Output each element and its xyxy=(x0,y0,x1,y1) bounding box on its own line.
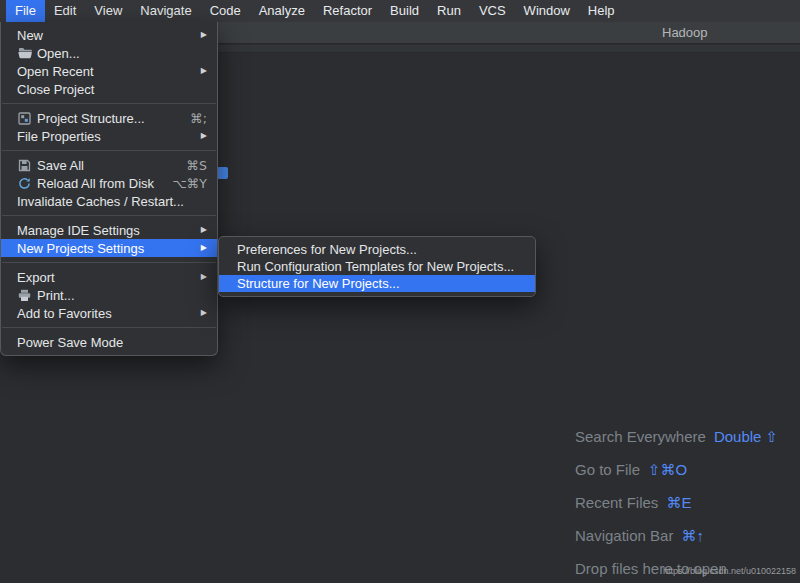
menu-item-save-all[interactable]: Save All⌘S xyxy=(1,156,217,174)
menu-item-label: Open... xyxy=(37,46,80,61)
shortcut-action: Go to File xyxy=(575,461,640,478)
new-projects-settings-submenu: Preferences for New Projects...Run Confi… xyxy=(218,236,536,297)
shortcut-keys: ⌘E xyxy=(666,494,691,512)
submenu-arrow-icon: ▶ xyxy=(201,127,207,145)
shortcut-keys: Double ⇧ xyxy=(714,428,778,446)
menu-separator xyxy=(2,150,216,151)
menu-item-label: File Properties xyxy=(17,129,101,144)
menu-item-new[interactable]: New▶ xyxy=(1,26,217,44)
menu-item-label: Power Save Mode xyxy=(17,335,123,350)
menu-item-preferences-for-new-projects[interactable]: Preferences for New Projects... xyxy=(219,241,535,258)
menu-item-label: Run Configuration Templates for New Proj… xyxy=(237,259,514,274)
open-folder-icon xyxy=(17,47,32,59)
shortcut-hint-recent-files: Recent Files⌘E xyxy=(575,486,778,519)
menu-item-add-to-favorites[interactable]: Add to Favorites▶ xyxy=(1,304,217,322)
menubar-item-help[interactable]: Help xyxy=(579,0,624,22)
menu-separator xyxy=(2,215,216,216)
print-icon xyxy=(17,289,32,302)
menubar: FileEditViewNavigateCodeAnalyzeRefactorB… xyxy=(0,0,800,22)
menu-item-export[interactable]: Export▶ xyxy=(1,268,217,286)
menu-item-label: Save All xyxy=(37,158,84,173)
menu-item-open-recent[interactable]: Open Recent▶ xyxy=(1,62,217,80)
menu-item-close-project[interactable]: Close Project xyxy=(1,80,217,98)
menu-item-label: Preferences for New Projects... xyxy=(237,242,417,257)
shortcut-hint-go-to-file: Go to File⇧⌘O xyxy=(575,453,778,486)
menu-item-label: New Projects Settings xyxy=(17,241,144,256)
menu-item-label: Print... xyxy=(37,288,75,303)
menu-item-reload-all-from-disk[interactable]: Reload All from Disk⌥⌘Y xyxy=(1,174,217,192)
submenu-arrow-icon: ▶ xyxy=(201,62,207,80)
menu-item-open[interactable]: Open... xyxy=(1,44,217,62)
ide-window: FileEditViewNavigateCodeAnalyzeRefactorB… xyxy=(0,0,800,583)
menu-item-run-configuration-templates-for-new-projects[interactable]: Run Configuration Templates for New Proj… xyxy=(219,258,535,275)
shortcut-action: Search Everywhere xyxy=(575,428,706,445)
menu-item-label: Invalidate Caches / Restart... xyxy=(17,194,184,209)
menu-shortcut: ⌘S xyxy=(187,158,207,173)
project-structure-icon xyxy=(17,112,32,125)
menu-item-project-structure[interactable]: Project Structure...⌘; xyxy=(1,109,217,127)
menubar-item-refactor[interactable]: Refactor xyxy=(314,0,381,22)
submenu-arrow-icon: ▶ xyxy=(201,26,207,44)
window-title: Hadoop xyxy=(662,25,708,40)
menu-item-label: New xyxy=(17,28,43,43)
menu-separator xyxy=(2,103,216,104)
submenu-arrow-icon: ▶ xyxy=(201,268,207,286)
save-icon xyxy=(17,159,32,172)
submenu-arrow-icon: ▶ xyxy=(201,304,207,322)
menubar-item-vcs[interactable]: VCS xyxy=(470,0,515,22)
file-menu-dropdown: New▶Open...Open Recent▶Close ProjectProj… xyxy=(0,22,218,356)
shortcut-action: Navigation Bar xyxy=(575,527,673,544)
menubar-item-build[interactable]: Build xyxy=(381,0,428,22)
menu-item-file-properties[interactable]: File Properties▶ xyxy=(1,127,217,145)
menubar-item-run[interactable]: Run xyxy=(428,0,470,22)
menubar-item-view[interactable]: View xyxy=(85,0,131,22)
menubar-item-analyze[interactable]: Analyze xyxy=(250,0,314,22)
submenu-arrow-icon: ▶ xyxy=(201,221,207,239)
file-tab-icon[interactable] xyxy=(217,167,228,179)
menu-item-label: Structure for New Projects... xyxy=(237,276,400,291)
menu-item-label: Close Project xyxy=(17,82,94,97)
shortcut-hint-search-everywhere: Search EverywhereDouble ⇧ xyxy=(575,420,778,453)
menu-item-label: Reload All from Disk xyxy=(37,176,154,191)
shortcut-action: Recent Files xyxy=(575,494,658,511)
shortcut-keys: ⌘↑ xyxy=(681,527,704,545)
menu-item-new-projects-settings[interactable]: New Projects Settings▶ xyxy=(1,239,217,257)
menubar-item-navigate[interactable]: Navigate xyxy=(131,0,200,22)
menu-item-label: Add to Favorites xyxy=(17,306,112,321)
menu-item-label: Open Recent xyxy=(17,64,94,79)
menu-item-label: Project Structure... xyxy=(37,111,145,126)
menu-item-manage-ide-settings[interactable]: Manage IDE Settings▶ xyxy=(1,221,217,239)
menu-item-label: Export xyxy=(17,270,55,285)
menu-item-print[interactable]: Print... xyxy=(1,286,217,304)
menu-shortcut: ⌥⌘Y xyxy=(172,176,207,191)
menu-separator xyxy=(2,327,216,328)
empty-state-shortcuts: Search EverywhereDouble ⇧Go to File⇧⌘ORe… xyxy=(575,420,778,583)
menubar-item-code[interactable]: Code xyxy=(201,0,250,22)
menu-item-label: Manage IDE Settings xyxy=(17,223,140,238)
submenu-arrow-icon: ▶ xyxy=(201,239,207,257)
menu-item-structure-for-new-projects[interactable]: Structure for New Projects... xyxy=(219,275,535,292)
menubar-item-edit[interactable]: Edit xyxy=(45,0,85,22)
shortcut-keys: ⇧⌘O xyxy=(648,461,687,479)
menubar-item-window[interactable]: Window xyxy=(515,0,579,22)
menu-shortcut: ⌘; xyxy=(190,111,207,126)
menu-item-invalidate-caches-restart[interactable]: Invalidate Caches / Restart... xyxy=(1,192,217,210)
menu-item-power-save-mode[interactable]: Power Save Mode xyxy=(1,333,217,351)
watermark: https://blog.csdn.net/u010022158 xyxy=(663,566,796,576)
reload-icon xyxy=(17,177,32,190)
menu-separator xyxy=(2,262,216,263)
menubar-item-file[interactable]: File xyxy=(6,0,45,22)
shortcut-hint-navigation-bar: Navigation Bar⌘↑ xyxy=(575,519,778,552)
